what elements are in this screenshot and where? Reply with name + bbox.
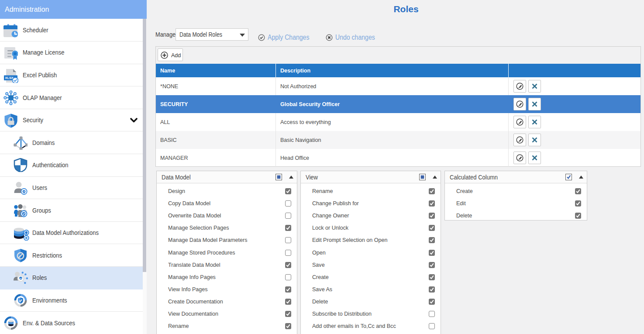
svg-text:XLSX: XLSX [5, 76, 14, 80]
